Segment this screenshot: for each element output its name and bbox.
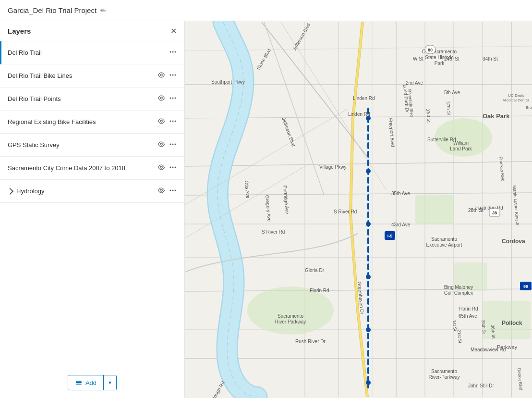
svg-point-8 xyxy=(170,98,171,99)
map-svg: W St 24th St 34th St 2nd Ave 5th Ave Sto… xyxy=(185,21,532,398)
svg-text:Meadowview Rd: Meadowview Rd xyxy=(471,347,506,352)
svg-text:Bing Maloney: Bing Maloney xyxy=(444,285,473,290)
layer-item-6[interactable]: Sacramento City Crime Data 2007 to 2018 xyxy=(0,157,184,180)
layer-item-2[interactable]: Del Rio Trail Bike Lines xyxy=(0,64,184,87)
svg-text:65th Ave: 65th Ave xyxy=(459,313,477,319)
svg-point-18 xyxy=(175,144,176,145)
svg-point-3 xyxy=(160,74,162,76)
more-options-icon-2[interactable] xyxy=(169,71,177,80)
svg-text:35th Ave: 35th Ave xyxy=(391,191,410,196)
more-options-icon-6[interactable] xyxy=(169,163,177,173)
svg-text:Pollock: Pollock xyxy=(502,320,522,326)
svg-text:Oak Park: Oak Park xyxy=(483,112,510,120)
sidebar-footer: Add ▾ xyxy=(0,367,184,398)
more-options-icon-1[interactable] xyxy=(169,48,177,57)
sidebar-title: Layers xyxy=(8,27,31,35)
svg-text:Sacramento: Sacramento xyxy=(431,236,457,242)
visibility-icon-3[interactable] xyxy=(157,94,165,103)
layer-label-7: Hydrology xyxy=(8,187,154,195)
visibility-icon-7[interactable] xyxy=(157,187,165,196)
layer-icons xyxy=(157,117,177,126)
svg-text:Florin Rd: Florin Rd xyxy=(310,288,329,293)
svg-text:S River Rd: S River Rd xyxy=(262,229,285,235)
svg-text:W St: W St xyxy=(413,56,423,62)
svg-point-26 xyxy=(175,190,176,191)
layer-item-7[interactable]: Hydrology xyxy=(0,180,184,203)
svg-point-22 xyxy=(175,167,176,168)
dropdown-chevron: ▾ xyxy=(109,379,111,386)
layer-item-3[interactable]: Del Rio Trail Points xyxy=(0,87,184,111)
more-options-icon-4[interactable] xyxy=(169,117,177,126)
add-button-label: Add xyxy=(85,379,97,386)
svg-text:Cordova: Cordova xyxy=(502,238,525,245)
layer-icons xyxy=(157,140,177,149)
layer-icons xyxy=(157,187,177,196)
more-options-icon-5[interactable] xyxy=(169,140,177,149)
layer-label-3: Del Rio Trail Points xyxy=(8,95,154,102)
svg-point-21 xyxy=(172,167,174,168)
svg-text:Southport Pkwy: Southport Pkwy xyxy=(211,79,245,85)
more-options-icon-3[interactable] xyxy=(169,94,177,103)
visibility-icon-4[interactable] xyxy=(157,117,165,126)
svg-text:John Still Dr: John Still Dr xyxy=(468,383,495,388)
svg-point-1 xyxy=(172,51,174,53)
svg-text:State Historic: State Historic xyxy=(425,55,453,60)
svg-point-20 xyxy=(170,167,171,168)
more-options-icon-7[interactable] xyxy=(169,187,177,196)
svg-point-63 xyxy=(366,327,371,332)
svg-point-64 xyxy=(366,380,371,385)
svg-text:Executive Airport: Executive Airport xyxy=(426,242,462,248)
svg-point-4 xyxy=(170,75,171,76)
visibility-icon-2[interactable] xyxy=(157,71,165,80)
svg-point-23 xyxy=(160,189,162,191)
layer-icons xyxy=(169,48,177,57)
svg-point-62 xyxy=(366,274,371,279)
page-title: Garcia_Del Rio Trial Project xyxy=(8,6,97,14)
svg-text:J8: J8 xyxy=(492,211,497,215)
svg-text:Sacramento: Sacramento xyxy=(431,369,457,374)
layer-label-1: Del Rio Trail xyxy=(8,49,165,56)
svg-text:Florin Rd: Florin Rd xyxy=(459,306,478,311)
svg-text:80: 80 xyxy=(428,48,433,52)
map-area[interactable]: W St 24th St 34th St 2nd Ave 5th Ave Sto… xyxy=(185,21,532,398)
svg-text:Sacramento: Sacramento xyxy=(278,313,303,319)
sidebar: Layers ✕ Del Rio Trail Del Rio Trail Bik… xyxy=(0,21,185,398)
layer-label-6: Sacramento City Crime Data 2007 to 2018 xyxy=(8,164,154,172)
svg-text:River-Parkway: River-Parkway xyxy=(428,374,459,380)
add-button[interactable]: Add xyxy=(68,375,104,390)
svg-text:Gloria Dr: Gloria Dr xyxy=(305,268,325,273)
header: Garcia_Del Rio Trial Project ✏ xyxy=(0,0,532,21)
layer-icons xyxy=(157,163,177,173)
svg-text:Rush River Dr: Rush River Dr xyxy=(295,339,326,344)
layer-item-5[interactable]: GPS Static Survey xyxy=(0,134,184,157)
svg-text:1st St: 1st St xyxy=(452,320,458,331)
close-icon[interactable]: ✕ xyxy=(170,27,177,35)
svg-point-5 xyxy=(172,75,174,76)
layer-icons xyxy=(157,71,177,80)
add-button-group: Add ▾ xyxy=(68,375,117,390)
svg-point-61 xyxy=(366,222,371,226)
visibility-icon-6[interactable] xyxy=(157,163,165,173)
svg-text:99: 99 xyxy=(523,284,528,289)
chevron-right-icon xyxy=(7,187,13,194)
svg-point-12 xyxy=(170,121,171,122)
svg-point-6 xyxy=(175,75,176,76)
svg-rect-50 xyxy=(415,195,454,224)
add-dropdown-button[interactable]: ▾ xyxy=(104,375,116,390)
layer-item-1[interactable]: Del Rio Trail xyxy=(0,41,184,64)
svg-text:Land Park: Land Park xyxy=(450,146,472,151)
svg-point-9 xyxy=(172,98,174,99)
svg-point-13 xyxy=(172,121,174,122)
svg-text:Village Pkwy: Village Pkwy xyxy=(319,164,347,170)
svg-point-51 xyxy=(247,286,334,335)
edit-icon[interactable]: ✏ xyxy=(100,7,106,14)
svg-rect-29 xyxy=(76,381,82,382)
svg-text:S River Rd: S River Rd xyxy=(334,209,357,214)
svg-text:2nd Ave: 2nd Ave xyxy=(406,80,423,86)
svg-text:43rd Ave: 43rd Ave xyxy=(391,222,411,227)
layer-item-4[interactable]: Regional Existing Bike Facilities xyxy=(0,111,184,134)
svg-point-14 xyxy=(175,121,176,122)
svg-text:5th Ave: 5th Ave xyxy=(444,90,460,95)
svg-text:Golf Complex: Golf Complex xyxy=(444,290,473,296)
visibility-icon-5[interactable] xyxy=(157,140,165,149)
